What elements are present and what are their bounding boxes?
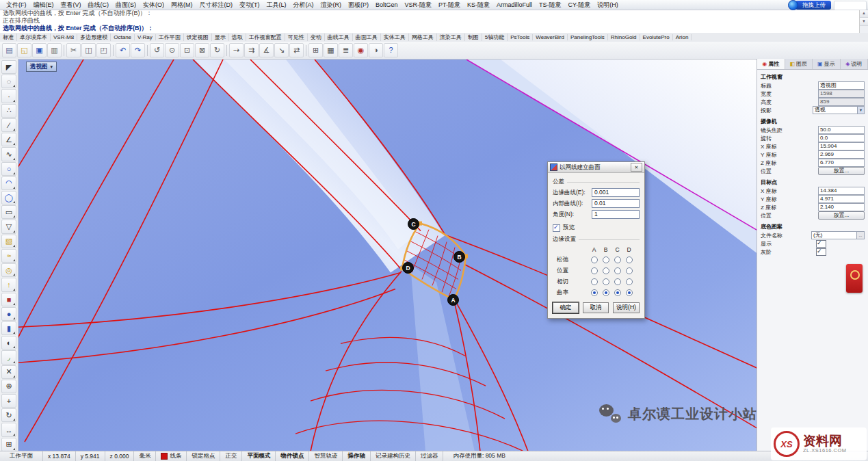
scroll-down-icon[interactable]: ▼ (860, 18, 868, 26)
toolbar-tab[interactable]: 多边形建模 (77, 34, 111, 41)
box-icon[interactable]: ■ (1, 293, 16, 306)
fillet-icon[interactable]: ◞ (1, 350, 16, 364)
chevron-down-icon[interactable]: ▾ (51, 64, 53, 70)
save-icon[interactable]: ▣ (32, 43, 47, 57)
menu-item[interactable]: 实体(O) (140, 1, 168, 10)
status-toggle[interactable]: 智慧轨迹 (309, 451, 343, 461)
osnap-icon[interactable]: ⊞ (308, 43, 323, 57)
edge-radio-d[interactable] (626, 267, 633, 274)
command-area[interactable]: 选取网线中的曲线，按 Enter 完成（不自动排序(B)）： 正在排序曲线 选取… (0, 10, 868, 34)
property-value[interactable]: 50.0 (818, 126, 865, 134)
close-icon[interactable]: ✕ (631, 163, 642, 172)
toolbar-tab[interactable]: 曲面工具 (353, 34, 381, 41)
property-value[interactable]: 1598 (818, 90, 865, 98)
point-icon[interactable]: · (1, 89, 16, 103)
property-value[interactable]: 14.384 (818, 187, 865, 195)
revolve-icon[interactable]: ◎ (1, 263, 16, 277)
tab-properties[interactable]: ◉ 属性 (757, 59, 785, 69)
boolean-icon[interactable]: ◐ (1, 336, 16, 350)
field-input[interactable]: 0.001 (592, 188, 640, 197)
print-icon[interactable]: ▥ (47, 43, 62, 57)
dialog-title-bar[interactable]: 以网线建立曲面 ✕ (548, 162, 644, 173)
status-cell[interactable]: x 13.874 (43, 451, 76, 461)
status-cell[interactable]: 毫米 (134, 451, 156, 461)
property-value[interactable]: 859 (818, 98, 865, 106)
status-toggle[interactable]: 物件锁点 (276, 451, 309, 461)
undo-icon[interactable]: ↶ (116, 43, 130, 57)
help-button[interactable]: 说明(H) (613, 302, 640, 313)
menu-item[interactable]: ArmadilloFull (493, 1, 536, 8)
sphere-icon[interactable]: ● (1, 307, 16, 321)
arc-icon[interactable]: ◠ (1, 176, 16, 190)
point-cloud-icon[interactable]: ∴ (1, 104, 16, 118)
command-prompt[interactable]: 选取网线中的曲线，按 Enter 完成（不自动排序(B)）： (0, 25, 868, 32)
menu-item[interactable]: 曲线(C) (85, 1, 113, 10)
status-toggle[interactable]: 操作轴 (343, 451, 371, 461)
edge-radio-c[interactable] (614, 256, 621, 263)
new-file-icon[interactable]: ▤ (2, 43, 16, 57)
select-arrow-icon[interactable]: ◤ (1, 60, 16, 74)
redo-icon[interactable]: ↷ (131, 43, 145, 57)
drag-upload-badge[interactable]: 拖拽上传 (788, 1, 831, 10)
viewport-canvas[interactable] (18, 60, 757, 451)
toolbar-tab[interactable]: 卓尔谟库本 (17, 34, 51, 41)
polygon-icon[interactable]: ▽ (1, 220, 16, 233)
toolbar-tab[interactable]: VSR-M8 (51, 34, 77, 40)
edge-radio-a[interactable] (591, 267, 598, 274)
toolbar-tab[interactable]: 网格工具 (409, 34, 437, 41)
status-toggle[interactable]: 平面模式 (242, 451, 276, 461)
toolbar-tab[interactable]: 设定视图 (184, 34, 212, 41)
rotate-view-icon[interactable]: ↻ (210, 43, 224, 57)
extrude-icon[interactable]: ↑ (1, 278, 16, 291)
menu-item[interactable]: 文件(F) (3, 1, 30, 10)
property-value[interactable]: 4.971 (818, 195, 865, 203)
menu-item[interactable]: 渲染(R) (317, 1, 345, 10)
layers-icon[interactable]: ≣ (339, 43, 353, 57)
property-value[interactable]: 2.969 (818, 150, 865, 159)
rectangle-icon[interactable]: ▭ (1, 205, 16, 219)
menu-item[interactable]: VSR-随意 (402, 1, 436, 10)
edge-radio-b[interactable] (603, 267, 609, 274)
menu-item[interactable]: CY-随意 (565, 1, 594, 10)
edge-radio-c[interactable] (614, 278, 621, 285)
trim-icon[interactable]: ✕ (1, 365, 16, 379)
field-input[interactable]: 0.01 (592, 199, 640, 208)
toolbar-tab[interactable]: 选取 (229, 34, 246, 41)
toolbar-tab[interactable]: 渲染工具 (437, 34, 465, 41)
property-value[interactable]: 透视图 (818, 81, 865, 90)
property-value[interactable]: 2.140 (818, 203, 865, 211)
edge-radio-a[interactable] (591, 256, 598, 263)
edge-radio-a[interactable] (591, 278, 598, 285)
paste-icon[interactable]: ◰ (96, 43, 111, 57)
edge-radio-c[interactable] (614, 267, 621, 274)
status-cell[interactable]: 线条 (156, 451, 187, 461)
menu-item[interactable]: KS-随意 (464, 1, 493, 10)
tab-layers[interactable]: ◧ 图层 (785, 59, 813, 69)
cancel-button[interactable]: 取消 (583, 302, 609, 313)
edge-radio-a[interactable] (591, 289, 598, 296)
property-value[interactable]: 15.904 (818, 142, 865, 150)
field-input[interactable]: 1 (592, 210, 640, 219)
property-value[interactable]: 0.0 (818, 134, 865, 142)
move-object-icon[interactable]: + (1, 394, 16, 408)
open-file-icon[interactable]: ◱ (17, 43, 31, 57)
copy-icon[interactable]: ◫ (81, 43, 96, 57)
toolbar-tab[interactable]: 显示 (212, 34, 229, 41)
copy-object-icon[interactable]: ⇉ (244, 43, 259, 57)
toolbar-tab[interactable]: RhinoGold (608, 34, 640, 40)
array-icon[interactable]: ⊞ (1, 438, 16, 451)
menu-item[interactable]: 工具(L) (263, 1, 290, 10)
edge-radio-b[interactable] (603, 256, 609, 263)
toolbar-tab[interactable]: 实体工具 (381, 34, 409, 41)
viewport[interactable]: 透视图 ▾ CBDA 卓尔谟工业设计小站 (18, 59, 757, 451)
toolbar-tab[interactable]: V-Ray (135, 34, 156, 40)
menu-item[interactable]: 编辑(E) (30, 1, 57, 10)
edge-radio-b[interactable] (603, 278, 609, 285)
edge-radio-d[interactable] (626, 278, 633, 285)
loft-icon[interactable]: ≈ (1, 249, 16, 263)
menu-item[interactable]: BoltGen (372, 1, 402, 8)
edge-radio-b[interactable] (603, 289, 609, 296)
toolbar-tab[interactable]: Octane (111, 34, 135, 40)
ok-button[interactable]: 确定 (553, 302, 579, 313)
surface-icon[interactable]: ▧ (1, 235, 16, 248)
